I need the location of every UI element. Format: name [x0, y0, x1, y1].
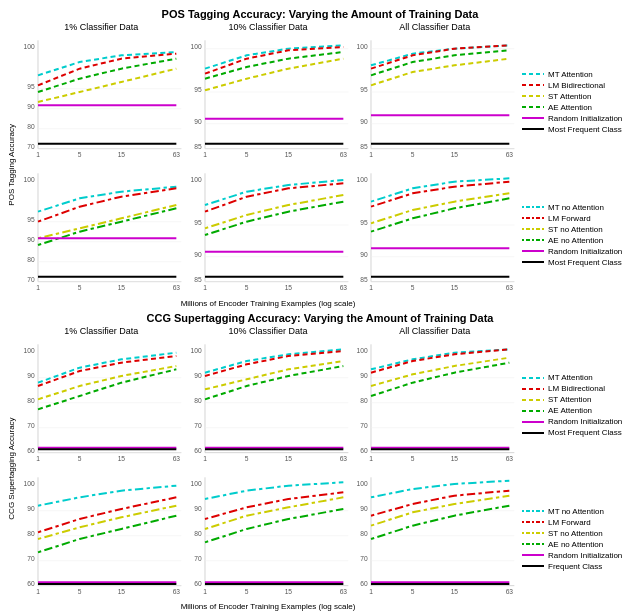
svg-text:15: 15 — [284, 151, 292, 158]
svg-text:63: 63 — [339, 455, 347, 462]
svg-text:15: 15 — [118, 284, 126, 291]
svg-text:85: 85 — [194, 276, 202, 283]
ccg-legend-mt-attention: MT Attention — [522, 373, 636, 382]
pos-bottom-chart-1: 70 80 90 95 100 1 5 15 63 — [18, 165, 185, 298]
svg-text:100: 100 — [190, 346, 201, 353]
pos-x-axis-label: Millions of Encoder Training Examples (l… — [18, 299, 636, 308]
ccg-col-title-3: All Classifier Data — [351, 326, 518, 336]
ccg-bottom-chart-3: 60 70 80 90 100 1 5 15 63 — [351, 469, 518, 602]
pos-legend-attention: MT Attention LM Bidirectional ST Attenti… — [518, 32, 636, 165]
svg-text:15: 15 — [284, 455, 292, 462]
ccg-col-title-2: 10% Classifier Data — [185, 326, 352, 336]
ccg-top-chart-1: 60 70 80 90 100 1 5 15 63 — [18, 336, 185, 469]
svg-text:85: 85 — [361, 276, 369, 283]
svg-text:60: 60 — [361, 446, 369, 453]
ccg-bottom-chart-2: 60 70 80 90 100 1 5 15 63 — [185, 469, 352, 602]
legend-random-init-top: Random Initialization — [522, 114, 636, 123]
svg-text:1: 1 — [203, 284, 207, 291]
svg-text:100: 100 — [190, 176, 201, 183]
svg-text:5: 5 — [411, 151, 415, 158]
svg-text:5: 5 — [78, 151, 82, 158]
ccg-y-axis-label: CCG Supertagging Accuracy — [4, 326, 18, 612]
page: POS Tagging Accuracy: Varying the Amount… — [0, 0, 640, 615]
svg-text:60: 60 — [194, 580, 202, 587]
ccg-section: CCG Supertagging Accuracy: Varying the A… — [4, 312, 636, 612]
svg-text:5: 5 — [244, 455, 248, 462]
svg-text:95: 95 — [361, 86, 369, 93]
pos-col-title-2: 10% Classifier Data — [185, 22, 352, 32]
svg-text:100: 100 — [190, 480, 201, 487]
svg-text:60: 60 — [27, 446, 35, 453]
svg-text:80: 80 — [27, 530, 35, 537]
svg-text:15: 15 — [118, 151, 126, 158]
pos-bottom-chart-2: 85 90 95 100 1 5 15 63 — [185, 165, 352, 298]
ccg-legend-st-no-attention: ST no Attention — [522, 529, 636, 538]
svg-text:80: 80 — [361, 530, 369, 537]
ccg-legend-lm-forward: LM Forward — [522, 518, 636, 527]
svg-text:63: 63 — [506, 151, 514, 158]
svg-text:90: 90 — [194, 505, 202, 512]
svg-text:5: 5 — [244, 151, 248, 158]
svg-text:5: 5 — [78, 455, 82, 462]
svg-text:5: 5 — [411, 588, 415, 595]
legend-st-no-attention: ST no Attention — [522, 225, 636, 234]
ccg-legend-st-attention: ST Attention — [522, 395, 636, 404]
svg-text:95: 95 — [27, 83, 35, 90]
svg-text:63: 63 — [506, 455, 514, 462]
svg-text:95: 95 — [194, 86, 202, 93]
pos-top-chart-3: 85 90 95 100 1 5 15 63 — [351, 32, 518, 165]
svg-text:1: 1 — [36, 588, 40, 595]
svg-text:100: 100 — [357, 43, 368, 50]
legend-mt-no-attention: MT no Attention — [522, 203, 636, 212]
svg-text:80: 80 — [361, 396, 369, 403]
pos-top-chart-1: 70 80 90 95 100 1 5 15 — [18, 32, 185, 165]
ccg-legend-random-init-bot: Random Initialization — [522, 551, 636, 560]
svg-text:90: 90 — [27, 505, 35, 512]
pos-top-chart-2: 85 90 95 100 1 5 15 63 — [185, 32, 352, 165]
svg-text:100: 100 — [357, 176, 368, 183]
svg-text:90: 90 — [361, 118, 369, 125]
ccg-legend-random-init: Random Initialization — [522, 417, 636, 426]
svg-text:100: 100 — [24, 346, 35, 353]
svg-text:63: 63 — [173, 588, 181, 595]
svg-text:1: 1 — [369, 455, 373, 462]
svg-text:5: 5 — [78, 284, 82, 291]
svg-text:63: 63 — [339, 284, 347, 291]
svg-text:5: 5 — [244, 588, 248, 595]
svg-text:95: 95 — [194, 219, 202, 226]
legend-st-attention: ST Attention — [522, 92, 636, 101]
svg-text:100: 100 — [357, 480, 368, 487]
svg-text:70: 70 — [361, 421, 369, 428]
pos-bottom-chart-3: 85 90 95 100 1 5 15 63 — [351, 165, 518, 298]
svg-text:90: 90 — [194, 118, 202, 125]
svg-text:15: 15 — [451, 284, 459, 291]
svg-text:70: 70 — [194, 421, 202, 428]
ccg-top-chart-2: 60 70 80 90 100 1 5 15 63 — [185, 336, 352, 469]
pos-title: POS Tagging Accuracy: Varying the Amount… — [4, 8, 636, 20]
svg-text:1: 1 — [36, 455, 40, 462]
svg-text:60: 60 — [194, 446, 202, 453]
legend-ae-no-attention: AE no Attention — [522, 236, 636, 245]
ccg-legend-no-attention: MT no Attention LM Forward ST no Attenti… — [518, 469, 636, 602]
svg-text:63: 63 — [339, 151, 347, 158]
ccg-x-axis-label: Millions of Encoder Training Examples (l… — [18, 602, 636, 611]
svg-text:70: 70 — [27, 555, 35, 562]
svg-text:63: 63 — [506, 588, 514, 595]
svg-text:15: 15 — [284, 588, 292, 595]
svg-text:100: 100 — [24, 480, 35, 487]
svg-text:80: 80 — [27, 256, 35, 263]
legend-mt-attention: MT Attention — [522, 70, 636, 79]
svg-text:90: 90 — [27, 236, 35, 243]
svg-text:80: 80 — [194, 396, 202, 403]
svg-text:15: 15 — [451, 455, 459, 462]
svg-text:70: 70 — [27, 143, 35, 150]
svg-text:5: 5 — [78, 588, 82, 595]
svg-text:15: 15 — [118, 455, 126, 462]
ccg-legend-attention: MT Attention LM Bidirectional ST Attenti… — [518, 336, 636, 469]
ccg-legend-ae-no-attention: AE no Attention — [522, 540, 636, 549]
ccg-col-title-1: 1% Classifier Data — [18, 326, 185, 336]
ccg-legend-mt-no-attention: MT no Attention — [522, 507, 636, 516]
svg-text:80: 80 — [27, 123, 35, 130]
svg-text:70: 70 — [27, 421, 35, 428]
svg-text:90: 90 — [27, 371, 35, 378]
